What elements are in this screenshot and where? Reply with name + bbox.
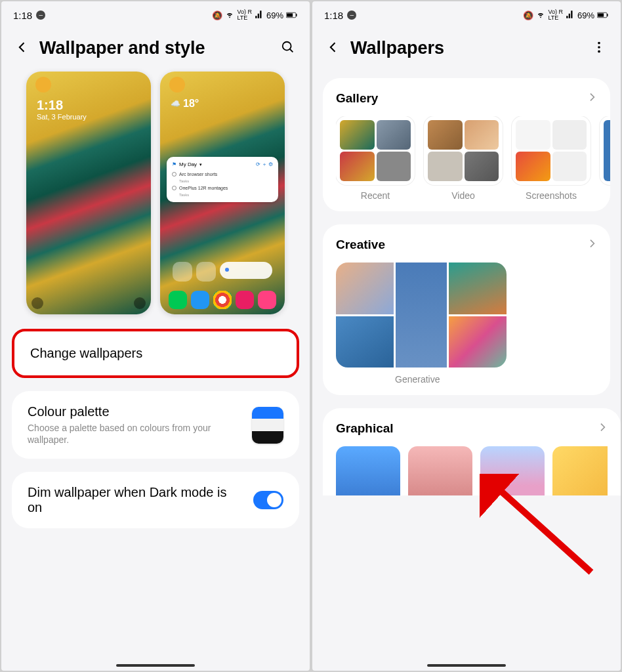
messages-app-icon xyxy=(191,291,209,309)
task-widget: ⚑My Day▾⟳ ＋ ⚙ Arc browser shorts Tasks O… xyxy=(167,157,278,202)
volte-icon: Vo) RLTE xyxy=(548,9,563,21)
mute-icon: 🔕 xyxy=(523,10,533,20)
graphical-wallpaper[interactable] xyxy=(552,446,608,495)
graphical-wallpaper[interactable] xyxy=(480,446,545,495)
creative-title: Creative xyxy=(336,238,385,252)
status-time: 1:18 xyxy=(13,10,32,21)
lock-phone-icon xyxy=(31,297,43,309)
camera-app-icon xyxy=(258,291,276,309)
chevron-right-icon[interactable] xyxy=(587,92,597,105)
status-right: 🔕 Vo) RLTE 69% xyxy=(523,9,609,21)
phone-left: 1:18 – 🔕 Vo) RLTE 69% Wallpaper and styl… xyxy=(1,1,310,671)
battery-icon xyxy=(286,10,298,20)
gallery-video[interactable]: Video xyxy=(424,116,503,201)
gallery-title: Gallery xyxy=(336,91,378,106)
home-indicator[interactable] xyxy=(116,664,195,667)
change-wallpapers-button[interactable]: Change wallpapers xyxy=(12,329,299,378)
google-search-pill xyxy=(220,262,272,279)
svg-rect-1 xyxy=(287,13,293,16)
gallery-app-icon xyxy=(236,291,254,309)
graphical-section: Graphical xyxy=(323,408,621,495)
status-time: 1:18 xyxy=(324,10,343,21)
dnd-icon: – xyxy=(347,10,356,20)
search-icon[interactable] xyxy=(281,40,295,57)
volte-icon: Vo) RLTE xyxy=(237,9,252,21)
phone-app-icon xyxy=(169,291,187,309)
gallery-section: Gallery Recent xyxy=(323,78,610,211)
lock-time: 1:18 xyxy=(37,98,87,113)
svg-point-9 xyxy=(598,41,600,44)
svg-point-10 xyxy=(598,46,600,49)
graphical-wallpaper[interactable] xyxy=(336,446,400,495)
palette-swatch xyxy=(252,407,283,444)
weather-widget: ☁️18° xyxy=(171,98,199,110)
home-screen-preview[interactable]: ☁️18° ⚑My Day▾⟳ ＋ ⚙ Arc browser shorts T… xyxy=(160,72,285,314)
chrome-app-icon xyxy=(213,291,232,309)
lock-camera-icon xyxy=(134,297,146,309)
app-folder xyxy=(173,262,192,282)
svg-rect-8 xyxy=(607,14,608,16)
dim-wallpaper-toggle[interactable] xyxy=(253,491,283,509)
app-folder xyxy=(196,262,216,282)
wifi-icon xyxy=(225,10,234,21)
gallery-recent[interactable]: Recent xyxy=(336,116,415,201)
creative-generative[interactable]: Generative xyxy=(336,262,597,385)
colour-palette-row[interactable]: Colour palette Choose a palette based on… xyxy=(12,391,299,459)
battery-percent: 69% xyxy=(577,10,594,20)
mute-icon: 🔕 xyxy=(212,10,222,20)
lock-screen-preview[interactable]: 1:18 Sat, 3 February xyxy=(26,72,151,314)
chevron-right-icon[interactable] xyxy=(597,422,608,435)
more-icon[interactable] xyxy=(592,40,606,57)
svg-point-11 xyxy=(598,50,600,52)
svg-rect-2 xyxy=(296,14,297,16)
graphical-wallpaper[interactable] xyxy=(408,446,472,495)
dim-wallpaper-title: Dim wallpaper when Dark mode is on xyxy=(28,485,244,515)
battery-percent: 69% xyxy=(266,10,283,20)
colour-palette-subtitle: Choose a palette based on colours from y… xyxy=(28,422,243,446)
phone-right: 1:18 – 🔕 Vo) RLTE 69% Wallpapers xyxy=(312,1,621,671)
svg-line-4 xyxy=(290,49,293,52)
graphical-title: Graphical xyxy=(336,421,394,436)
dim-wallpaper-row[interactable]: Dim wallpaper when Dark mode is on xyxy=(12,472,299,528)
nav-header: Wallpapers xyxy=(312,29,621,72)
status-right: 🔕 Vo) RLTE 69% xyxy=(212,9,298,21)
gallery-screenshots[interactable]: Screenshots xyxy=(512,116,591,201)
wallpaper-previews: 1:18 Sat, 3 February ☁️18° ⚑My Day▾⟳ ＋ ⚙… xyxy=(1,72,310,322)
chevron-right-icon[interactable] xyxy=(587,238,597,251)
gallery-more[interactable] xyxy=(600,116,610,201)
page-title: Wallpapers xyxy=(350,38,581,58)
dnd-icon: – xyxy=(36,10,45,20)
status-bar: 1:18 – 🔕 Vo) RLTE 69% xyxy=(1,1,310,29)
lock-date: Sat, 3 February xyxy=(37,113,87,121)
home-indicator[interactable] xyxy=(427,664,506,667)
nav-header: Wallpaper and style xyxy=(1,29,310,72)
page-title: Wallpaper and style xyxy=(39,38,270,58)
back-icon[interactable] xyxy=(327,41,340,56)
signal-icon xyxy=(566,10,575,21)
back-icon[interactable] xyxy=(16,41,29,56)
svg-rect-7 xyxy=(598,13,604,16)
svg-point-5 xyxy=(225,268,229,272)
colour-palette-title: Colour palette xyxy=(28,404,243,419)
svg-point-3 xyxy=(283,41,291,50)
svg-line-12 xyxy=(493,484,591,572)
signal-icon xyxy=(255,10,264,21)
wifi-icon xyxy=(536,10,545,21)
creative-section: Creative Generative xyxy=(323,224,610,395)
battery-icon xyxy=(597,10,609,20)
status-bar: 1:18 – 🔕 Vo) RLTE 69% xyxy=(312,1,621,29)
